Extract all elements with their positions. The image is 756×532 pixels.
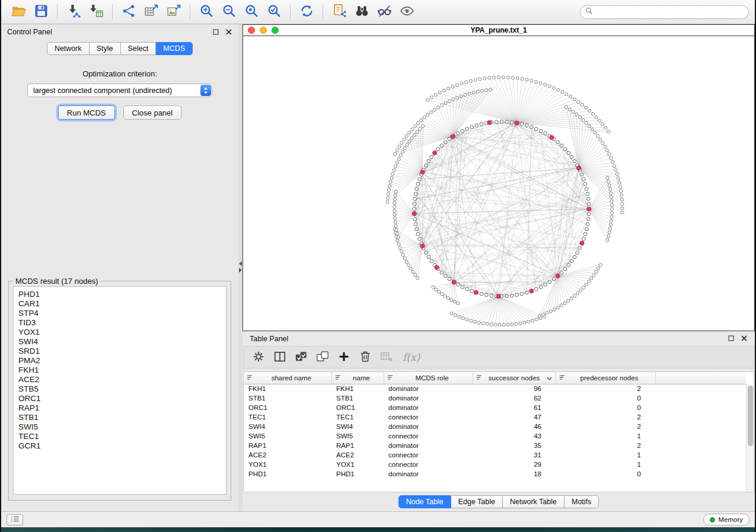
column-header-name[interactable]: name [331,372,384,384]
window-close-button[interactable] [248,27,255,34]
show-graphics-button[interactable] [397,2,417,21]
export-table-button[interactable] [141,2,161,21]
cell-name: PHD1 [331,469,384,479]
tab-network[interactable]: Network [47,42,90,55]
import-table-icon [89,4,104,20]
tab-style[interactable]: Style [90,42,121,55]
network-view-canvas[interactable] [243,36,754,331]
optimization-criterion-select[interactable]: largest connected component (undirected) [27,84,212,97]
collapse-right-icon[interactable] [239,268,242,273]
tab-motifs[interactable]: Motifs [564,495,599,508]
mcds-result-item[interactable]: TID3 [18,318,221,328]
mcds-result-item[interactable]: TEC1 [18,432,221,441]
save-session-button[interactable] [31,2,51,21]
window-minimize-button[interactable] [260,27,267,34]
table-row[interactable]: PHD1PHD1dominator180 [244,469,746,479]
zoom-selected-button[interactable] [264,2,284,21]
cell-mcds-role: dominator [384,441,473,450]
control-panel-float-button[interactable] [212,28,219,36]
table-row[interactable]: FKH1FKH1dominator962 [244,384,746,393]
column-header-mcds-role[interactable]: MCDS role [384,372,473,384]
delete-row-button[interactable] [356,348,374,366]
table-row[interactable]: SWI5SWI5connector431 [244,431,746,441]
tab-select[interactable]: Select [121,42,157,55]
panel-splitter[interactable] [238,24,243,511]
clear-table-button[interactable] [378,348,395,366]
search-input[interactable] [596,8,744,16]
search-box[interactable] [580,5,749,19]
import-table-button[interactable] [86,2,106,21]
refresh-layout-button[interactable] [296,2,317,21]
cell-mcds-role: dominator [384,422,473,431]
deselect-all-icon [316,350,329,365]
tab-edge-table[interactable]: Edge Table [451,495,503,508]
tab-node-table[interactable]: Node Table [398,495,451,508]
show-columns-button[interactable] [271,348,289,366]
zoom-out-button[interactable] [219,2,239,21]
add-row-button[interactable] [335,348,353,366]
table-panel-float-button[interactable] [727,335,735,342]
find-button[interactable] [352,2,372,21]
mcds-result-item[interactable]: STP4 [18,309,221,318]
close-panel-button[interactable]: Close panel [123,105,182,120]
memory-status-dot [710,517,715,523]
mcds-result-item[interactable]: PMA2 [18,356,221,366]
table-row[interactable]: ACE2ACE2connector311 [244,450,746,460]
tab-network-table[interactable]: Network Table [503,495,564,508]
table-row[interactable]: SWI4SWI4dominator462 [244,422,746,431]
mcds-result-list[interactable]: PHD1CAR1STP4TID3YOX1SWI4SRD1PMA2FKH1ACE2… [13,286,227,495]
column-header-shared-name[interactable]: shared name [244,372,331,384]
table-toolbar: f(x) [243,346,754,368]
export-image-button[interactable] [164,2,184,21]
copy-document-button[interactable] [329,2,349,21]
mcds-result-item[interactable]: FKH1 [18,366,221,375]
mcds-result-item[interactable]: YOX1 [18,328,221,337]
window-zoom-button[interactable] [272,27,279,34]
zoom-fit-icon [244,4,259,20]
table-panel-close-button[interactable] [740,335,748,342]
column-header-predecessor-nodes[interactable]: predecessor nodes [556,372,655,384]
mcds-result-item[interactable]: PHD1 [18,290,221,299]
mcds-result-item[interactable]: ORC1 [18,394,221,403]
table-settings-button[interactable] [250,348,267,366]
open-file-button[interactable] [8,2,28,21]
table-row[interactable]: TEC1TEC1connector472 [244,412,746,422]
mcds-result-item[interactable]: GCR1 [18,441,221,451]
function-builder-icon[interactable]: f(x) [403,351,420,363]
mcds-result-item[interactable]: SRD1 [18,347,221,356]
mcds-result-item[interactable]: SWI5 [18,422,221,432]
status-list-button[interactable] [7,514,23,525]
import-network-icon [66,4,81,20]
zoom-in-button[interactable] [196,2,216,21]
mcds-result-item[interactable]: STB1 [18,413,221,422]
zoom-fit-button[interactable] [241,2,261,21]
memory-button[interactable]: Memory [703,514,749,525]
run-mcds-button[interactable]: Run MCDS [58,105,115,120]
cell-predecessor-nodes: 2 [556,412,655,422]
mcds-result-item[interactable]: RAP1 [18,403,221,413]
mcds-result-item[interactable]: CAR1 [18,299,221,309]
table-row[interactable]: RAP1RAP1dominator352 [244,441,746,450]
select-all-button[interactable] [292,348,310,366]
mcds-result-item[interactable]: STB5 [18,384,221,394]
network-window-titlebar: YPA_prune.txt_1 [243,25,754,36]
scrollbar-thumb[interactable] [748,386,753,446]
table-row[interactable]: YOX1YOX1connector291 [244,460,746,469]
cell-shared-name: TEC1 [244,412,331,422]
refresh-layout-icon [299,4,314,20]
column-header-successor-nodes[interactable]: successor nodes [473,372,556,384]
collapse-left-icon[interactable] [239,261,242,266]
cell-name: YOX1 [331,460,384,469]
export-network-button[interactable] [119,2,139,21]
tab-mcds[interactable]: MCDS [156,42,193,55]
control-panel-close-button[interactable] [225,28,232,36]
filter-hide-button[interactable] [374,2,394,21]
table-scrollbar[interactable] [746,384,754,492]
table-row[interactable]: STB1STB1dominator620 [244,393,746,403]
add-row-icon [337,350,350,365]
table-row[interactable]: ORC1ORC1dominator610 [244,403,746,412]
deselect-all-button[interactable] [314,348,331,366]
mcds-result-item[interactable]: SWI4 [18,337,221,347]
import-network-button[interactable] [63,2,84,21]
mcds-result-item[interactable]: ACE2 [18,375,221,384]
